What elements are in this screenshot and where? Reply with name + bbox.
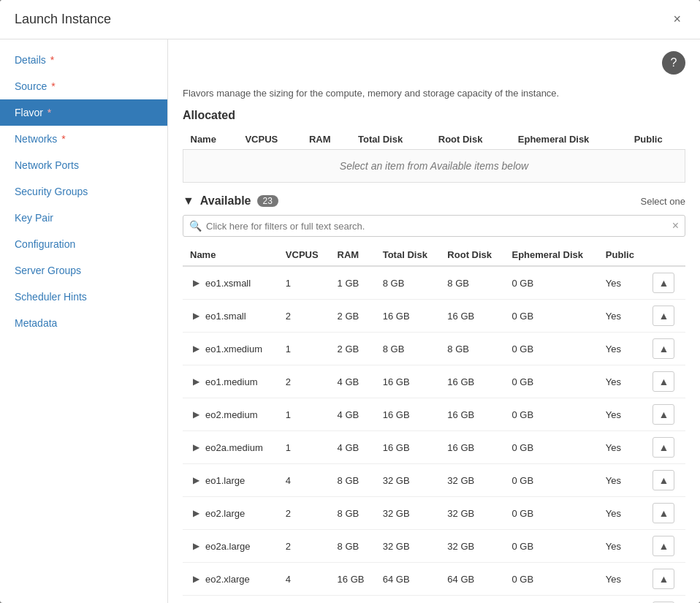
modal-title: Launch Instance [15,12,111,27]
allocate-button[interactable]: ▲ [653,338,674,359]
row-total-disk: 16 GB [376,431,441,464]
row-root-disk: 32 GB [440,464,504,497]
allocate-button[interactable]: ▲ [653,273,674,293]
allocate-button[interactable]: ▲ [653,503,674,523]
close-button[interactable]: × [669,10,685,29]
expand-button[interactable]: ▶ [190,475,202,485]
row-action: ▲ [645,563,685,596]
row-ephemeral-disk: 0 GB [504,497,598,530]
allocated-table: NameVCPUSRAMTotal DiskRoot DiskEphemeral… [183,129,685,183]
search-clear-icon[interactable]: × [672,219,679,232]
row-vcpus: 1 [278,266,330,300]
alloc-col-ram: RAM [302,129,351,150]
allocate-button[interactable]: ▲ [653,569,674,589]
available-label: Available [200,194,251,208]
modal-header: Launch Instance × [0,0,700,39]
row-public: Yes [598,596,645,604]
row-root-disk: 32 GB [440,530,504,563]
row-ram: 1 GB [330,266,376,300]
sidebar-item-configuration[interactable]: Configuration [0,231,167,257]
row-ram: 16 GB [330,596,376,604]
allocate-button[interactable]: ▲ [653,437,674,458]
avail-col-root-disk: Root Disk [440,244,504,266]
row-ephemeral-disk: 0 GB [504,530,598,563]
select-one-label: Select one [641,196,685,207]
avail-col-ram: RAM [330,244,376,266]
main-content: ? Flavors manage the sizing for the comp… [168,39,700,603]
table-row: ▶eo2.large28 GB32 GB32 GB0 GBYes▲ [183,497,685,530]
row-total-disk: 16 GB [376,300,441,333]
expand-button[interactable]: ▶ [190,376,202,387]
available-header: ▼ Available 23 Select one [183,194,685,208]
available-table: NameVCPUSRAMTotal DiskRoot DiskEphemeral… [183,244,685,603]
row-vcpus: 1 [278,333,330,365]
sidebar-item-details[interactable]: Details * [0,47,167,73]
row-ephemeral-disk: 0 GB [504,333,598,365]
expand-button[interactable]: ▶ [190,311,202,321]
expand-button[interactable]: ▶ [190,409,202,420]
sidebar-item-flavor[interactable]: Flavor * [0,99,167,126]
row-vcpus: 1 [278,431,330,464]
row-ephemeral-disk: 0 GB [504,300,598,333]
expand-button[interactable]: ▶ [190,541,202,551]
row-root-disk: 16 GB [440,398,504,431]
table-row: ▶eo1.medium24 GB16 GB16 GB0 GBYes▲ [183,365,685,398]
expand-button[interactable]: ▶ [190,574,202,584]
avail-col-vcpus: VCPUS [278,244,330,266]
row-action: ▲ [645,530,685,563]
row-vcpus: 4 [278,596,330,604]
row-public: Yes [598,563,645,596]
row-vcpus: 2 [278,300,330,333]
row-public: Yes [598,266,645,300]
alloc-col-total-disk: Total Disk [351,129,431,150]
table-row: ▶eo1.small22 GB16 GB16 GB0 GBYes▲ [183,300,685,333]
row-total-disk: 64 GB [376,563,441,596]
row-ram: 4 GB [330,398,376,431]
expand-button[interactable]: ▶ [190,278,202,288]
sidebar-item-scheduler-hints[interactable]: Scheduler Hints [0,284,167,310]
allocate-button[interactable]: ▲ [653,306,674,326]
modal-body: Details *Source *Flavor *Networks *Netwo… [0,39,700,603]
row-name: ▶eo1.large [183,464,278,497]
allocate-button[interactable]: ▲ [653,536,674,556]
sidebar-item-networks[interactable]: Networks * [0,126,167,152]
sidebar-item-security-groups[interactable]: Security Groups [0,178,167,205]
sidebar-item-key-pair[interactable]: Key Pair [0,205,167,231]
required-indicator: * [45,107,51,118]
table-row: ▶eo1.xsmall11 GB8 GB8 GB0 GBYes▲ [183,266,685,300]
sidebar-item-network-ports[interactable]: Network Ports [0,152,167,178]
available-title[interactable]: ▼ Available 23 [183,194,278,208]
table-row: ▶eo2.xlarge416 GB64 GB64 GB0 GBYes▲ [183,563,685,596]
row-public: Yes [598,300,645,333]
expand-button[interactable]: ▶ [190,442,202,452]
row-ephemeral-disk: 0 GB [504,266,598,300]
avail-col-total-disk: Total Disk [376,244,441,266]
avail-col-ephemeral-disk: Ephemeral Disk [504,244,598,266]
expand-button[interactable]: ▶ [190,508,202,518]
sidebar-item-source[interactable]: Source * [0,73,167,99]
row-vcpus: 2 [278,365,330,398]
sidebar-item-server-groups[interactable]: Server Groups [0,257,167,284]
launch-instance-modal: Launch Instance × Details *Source *Flavo… [0,0,700,603]
row-name: ▶eo2.large [183,497,278,530]
alloc-col-name: Name [183,129,238,150]
row-name: ▶eo2a.large [183,530,278,563]
allocate-button[interactable]: ▲ [653,470,674,490]
alloc-col-root-disk: Root Disk [431,129,511,150]
table-row: ▶eo2a.medium14 GB16 GB16 GB0 GBYes▲ [183,431,685,464]
expand-button[interactable]: ▶ [190,344,202,354]
row-public: Yes [598,398,645,431]
row-vcpus: 4 [278,464,330,497]
row-name: ▶eo1.xsmall [183,266,278,300]
allocate-button[interactable]: ▲ [653,404,674,425]
row-ephemeral-disk: 0 GB [504,596,598,604]
sidebar-item-metadata[interactable]: Metadata [0,310,167,336]
required-indicator: * [47,54,54,66]
row-action: ▲ [645,365,685,398]
row-public: Yes [598,530,645,563]
available-table-header: NameVCPUSRAMTotal DiskRoot DiskEphemeral… [183,244,685,266]
search-input[interactable] [206,221,672,232]
help-icon[interactable]: ? [662,51,685,75]
allocate-button[interactable]: ▲ [653,371,674,392]
flavor-description: Flavors manage the sizing for the comput… [183,88,685,99]
